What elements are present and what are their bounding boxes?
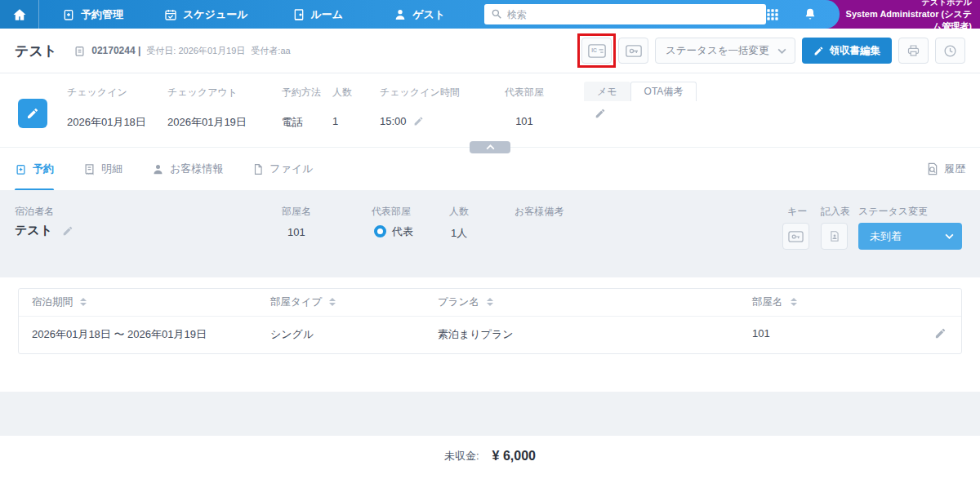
header-actions: IC ステータスを一括変更 領収書編集: [581, 38, 965, 64]
pencil-icon[interactable]: [62, 225, 74, 237]
history-button[interactable]: [935, 38, 965, 64]
col-label: 部屋タイプ: [270, 295, 322, 309]
nav-item-label: スケジュール: [183, 7, 248, 22]
key-button[interactable]: [782, 223, 809, 250]
notifications-button[interactable]: [804, 7, 817, 21]
tab-details[interactable]: 明細: [83, 148, 122, 191]
guest-icon: [394, 8, 407, 21]
nav-item-guests[interactable]: ゲスト: [394, 7, 445, 22]
tab-ota-remarks[interactable]: OTA備考: [630, 82, 697, 101]
receipt-edit-button[interactable]: 領収書編集: [802, 38, 893, 64]
tab-files[interactable]: ファイル: [252, 148, 313, 191]
person-icon: [152, 163, 164, 175]
field-checkin-time: チェックイン時間 15:00: [380, 86, 492, 130]
field-method: 予約方法 電話: [282, 86, 332, 130]
field-checkin: チェックイン 2026年01月18日: [67, 86, 167, 130]
received-by: 受付者:aa: [251, 45, 290, 57]
reservation-header: テスト 02170244 | 受付日: 2026年01月19日 受付者:aa I…: [0, 29, 980, 73]
unpaid-label: 未収金:: [444, 449, 479, 463]
registration-form-button[interactable]: [821, 223, 848, 250]
memo-edit-pencil[interactable]: [595, 108, 606, 122]
unpaid-amount: ¥ 6,000: [492, 449, 536, 463]
nav-blue-section: 予約管理 スケジュール ルーム ゲスト: [0, 0, 840, 29]
history-doc-icon: [926, 162, 939, 175]
ic-card-icon: IC: [588, 44, 606, 58]
nav-item-reservations[interactable]: 予約管理: [62, 7, 123, 22]
received-date: 受付日: 2026年01月19日: [146, 45, 245, 57]
field-label: チェックアウト: [167, 86, 282, 100]
nav-item-rooms[interactable]: ルーム: [292, 7, 344, 22]
key-label: キー: [787, 205, 807, 219]
col-room-name[interactable]: 部屋名: [739, 289, 961, 316]
user-name: System Administrator (システム管理者): [840, 8, 972, 33]
chevron-up-icon: [486, 144, 495, 150]
bulk-status-dropdown[interactable]: ステータスを一括変更: [655, 38, 795, 64]
field-label: チェックイン: [67, 86, 167, 100]
booking-number-icon: [74, 45, 86, 57]
tab-reservation[interactable]: 予約: [15, 148, 54, 191]
rep-radio[interactable]: [374, 225, 386, 237]
collapse-summary-button[interactable]: [470, 141, 510, 153]
booking-meta: 02170244 | 受付日: 2026年01月19日 受付者:aa: [74, 45, 290, 57]
tab-label: お客様情報: [170, 162, 223, 176]
col-stay-period[interactable]: 宿泊期間: [19, 289, 257, 316]
pax-value: 1人: [451, 226, 467, 241]
bulk-status-label: ステータスを一括変更: [666, 44, 768, 58]
hotel-name: テストホテル: [922, 0, 972, 8]
nav-item-label: ルーム: [311, 7, 344, 22]
field-pax: 人数 1: [332, 86, 380, 130]
spacer: [0, 354, 980, 392]
guest-name-text: テスト: [15, 223, 52, 238]
field-label: 予約方法: [282, 86, 332, 100]
row-edit-pencil[interactable]: [934, 327, 947, 342]
clock-icon: [943, 44, 957, 58]
tab-memo[interactable]: メモ: [584, 82, 630, 101]
tab-customer-info[interactable]: お客様情報: [152, 148, 223, 191]
field-label: チェックイン時間: [380, 86, 492, 100]
col-room-type[interactable]: 部屋タイプ: [257, 289, 425, 316]
pencil-icon: [934, 327, 947, 339]
field-value: 電話: [282, 115, 332, 130]
status-change-label: ステータス変更: [858, 205, 928, 219]
user-menu[interactable]: テストホテル System Administrator (システム管理者): [840, 0, 980, 29]
status-dropdown[interactable]: 未到着: [858, 223, 962, 250]
field-main-room: 代表部屋 101: [492, 86, 557, 130]
col-plan-name[interactable]: プラン名: [425, 289, 739, 316]
home-button[interactable]: [0, 0, 39, 29]
key-card-button[interactable]: [618, 38, 648, 64]
history-link[interactable]: 履歴: [926, 162, 965, 176]
rep-room-label: 代表部屋: [372, 205, 411, 219]
rep-room-value: 代表: [374, 224, 413, 239]
status-value: 未到着: [870, 229, 902, 244]
bell-icon: [804, 7, 817, 21]
ic-card-button[interactable]: IC: [581, 38, 612, 64]
pax-label: 人数: [449, 205, 469, 219]
apps-grid-icon: [766, 8, 779, 21]
pencil-icon[interactable]: [413, 116, 424, 126]
search-input[interactable]: [484, 4, 766, 24]
cell-room-text: 101: [752, 327, 770, 339]
room-name-value: 101: [287, 226, 305, 238]
nav-item-label: 予約管理: [81, 7, 123, 22]
key-card-icon: [626, 45, 642, 57]
rep-radio-label: 代表: [392, 225, 413, 237]
sort-icon: [329, 298, 336, 306]
cell-room-name: 101: [739, 316, 961, 353]
clipboard-icon: [15, 163, 27, 175]
search-box: [484, 4, 766, 24]
field-value: 2026年01月18日: [67, 115, 167, 130]
chevron-down-icon: [777, 48, 786, 54]
field-value: 101: [492, 115, 557, 127]
print-button[interactable]: [898, 38, 929, 64]
sort-icon: [487, 298, 493, 306]
nav-item-label: ゲスト: [412, 7, 445, 22]
home-icon: [12, 7, 27, 22]
nav-item-schedule[interactable]: スケジュール: [164, 7, 248, 22]
edit-reservation-button[interactable]: [18, 99, 47, 128]
customer-remarks-label: お客様備考: [514, 205, 564, 219]
summary-fields: チェックイン 2026年01月18日 チェックアウト 2026年01月19日 予…: [67, 86, 557, 130]
memo-tabs: メモ OTA備考: [584, 82, 697, 101]
stay-table-card: 宿泊期間 部屋タイプ プラン名 部屋名 2026年01月18日 〜 2026年0…: [18, 288, 962, 354]
top-navigation-bar: 予約管理 スケジュール ルーム ゲスト テストホテル System Admi: [0, 0, 980, 29]
apps-grid-button[interactable]: [766, 8, 779, 21]
